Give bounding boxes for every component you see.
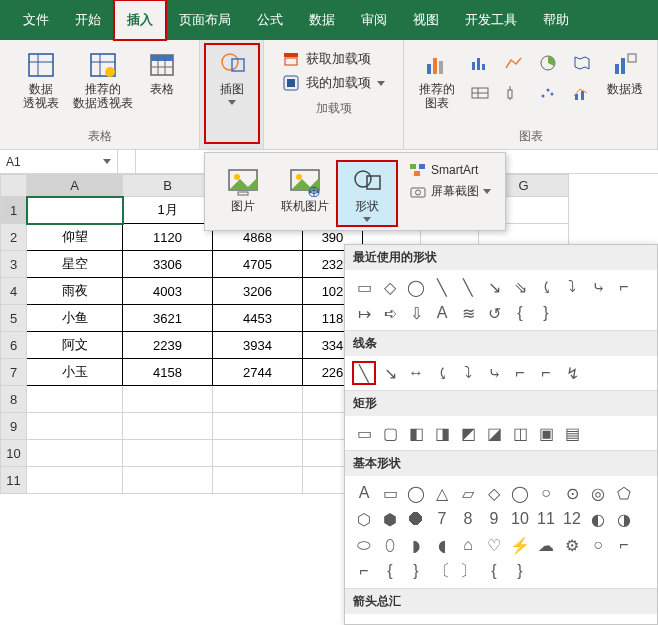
tab-help[interactable]: 帮助 <box>530 0 582 40</box>
tab-data[interactable]: 数据 <box>296 0 348 40</box>
cell[interactable]: 阿文 <box>27 332 123 359</box>
shape-item[interactable]: ↳ <box>587 620 609 625</box>
insert-picture-button[interactable]: 图片 <box>213 161 273 226</box>
shape-item[interactable]: ⚙ <box>561 534 583 556</box>
shape-item[interactable]: A <box>431 302 453 324</box>
shape-item[interactable]: ◫ <box>509 422 531 444</box>
shape-item[interactable]: ◯ <box>405 276 427 298</box>
cell[interactable]: 雨夜 <box>27 278 123 305</box>
col-header-B[interactable]: B <box>123 175 213 197</box>
chart-map-button[interactable] <box>567 50 597 76</box>
shape-item[interactable]: ◧ <box>405 422 427 444</box>
shape-item[interactable]: ▢ <box>379 422 401 444</box>
cell[interactable]: 1120 <box>123 224 213 251</box>
shape-item[interactable]: ▭ <box>353 276 375 298</box>
shape-item[interactable]: } <box>405 560 427 582</box>
illustrations-button[interactable]: 插图 <box>205 44 259 143</box>
chart-bar-button[interactable] <box>465 50 495 76</box>
cell[interactable] <box>123 467 213 494</box>
row-header[interactable]: 2 <box>1 224 27 251</box>
row-header[interactable]: 6 <box>1 332 27 359</box>
shape-item[interactable]: ◨ <box>431 422 453 444</box>
cell[interactable]: 1月 <box>123 197 213 224</box>
cell[interactable] <box>27 413 123 440</box>
row-header[interactable]: 9 <box>1 413 27 440</box>
cell[interactable] <box>27 467 123 494</box>
shape-item[interactable]: ╲ <box>431 276 453 298</box>
shape-item[interactable]: ⇩ <box>405 302 427 324</box>
insert-shapes-button[interactable]: 形状 <box>337 161 397 226</box>
shape-item[interactable]: ▣ <box>535 422 557 444</box>
shape-item[interactable]: ⤷ <box>483 362 505 384</box>
recommended-pivot-button[interactable]: 推荐的 数据透视表 <box>69 44 137 126</box>
chart-pie-button[interactable] <box>533 50 563 76</box>
shape-item[interactable]: ⯃ <box>405 508 427 530</box>
cell[interactable] <box>123 413 213 440</box>
select-all-corner[interactable] <box>1 175 27 197</box>
shape-item[interactable]: ⬠ <box>613 482 635 504</box>
pivot-table-button[interactable]: 数据 透视表 <box>19 44 63 126</box>
cell[interactable]: 仰望 <box>27 224 123 251</box>
shape-item[interactable]: ◇ <box>379 276 401 298</box>
cell[interactable] <box>213 440 303 467</box>
shape-item[interactable]: ▭ <box>353 422 375 444</box>
shape-item[interactable]: ◖ <box>431 534 453 556</box>
cell[interactable]: 3934 <box>213 332 303 359</box>
cell[interactable]: 星空 <box>27 251 123 278</box>
cell[interactable] <box>123 386 213 413</box>
tab-home[interactable]: 开始 <box>62 0 114 40</box>
shape-item[interactable]: ≋ <box>457 302 479 324</box>
tab-insert[interactable]: 插入 <box>114 0 166 40</box>
row-header[interactable]: 8 <box>1 386 27 413</box>
shape-item[interactable]: ↘ <box>379 362 401 384</box>
shape-item[interactable]: ↯ <box>561 362 583 384</box>
get-addins-button[interactable]: 获取加载项 <box>282 50 385 68</box>
shape-item[interactable]: ◯ <box>509 482 531 504</box>
cell[interactable] <box>27 440 123 467</box>
shape-item[interactable]: { <box>379 560 401 582</box>
chart-hier-button[interactable] <box>465 80 495 106</box>
shape-item[interactable]: ➪ <box>353 620 375 625</box>
shape-item[interactable]: ↘ <box>483 276 505 298</box>
shape-item[interactable]: ⌐ <box>613 276 635 298</box>
cell[interactable]: 4453 <box>213 305 303 332</box>
shape-item[interactable]: ⬯ <box>379 534 401 556</box>
cell[interactable]: 2744 <box>213 359 303 386</box>
shape-item[interactable]: ⤹ <box>535 276 557 298</box>
shape-item[interactable]: 12 <box>561 508 583 530</box>
col-header-A[interactable]: A <box>27 175 123 197</box>
shape-item[interactable]: ⇩ <box>431 620 453 625</box>
shape-item[interactable]: } <box>509 560 531 582</box>
shape-item[interactable]: ◪ <box>483 422 505 444</box>
chart-combo-button[interactable] <box>567 80 597 106</box>
shape-item[interactable]: ▱ <box>457 482 479 504</box>
smartart-button[interactable]: SmartArt <box>409 163 491 177</box>
shape-item[interactable]: ➪ <box>379 302 401 324</box>
chart-stat-button[interactable] <box>499 80 529 106</box>
cell[interactable]: 2239 <box>123 332 213 359</box>
shape-item[interactable]: ⬭ <box>353 534 375 556</box>
shape-item[interactable]: ◑ <box>613 508 635 530</box>
cell[interactable]: 3306 <box>123 251 213 278</box>
screenshot-button[interactable]: 屏幕截图 <box>409 183 491 200</box>
chart-scatter-button[interactable] <box>533 80 563 106</box>
shape-item[interactable]: ⤴ <box>613 620 635 625</box>
tab-file[interactable]: 文件 <box>10 0 62 40</box>
cell[interactable] <box>123 440 213 467</box>
shape-item[interactable]: { <box>509 302 531 324</box>
row-header[interactable]: 3 <box>1 251 27 278</box>
shape-item[interactable]: ◇ <box>483 482 505 504</box>
shape-item[interactable]: ◎ <box>587 482 609 504</box>
shape-item[interactable]: ▭ <box>379 482 401 504</box>
cell[interactable]: 小玉 <box>27 359 123 386</box>
row-header[interactable]: 10 <box>1 440 27 467</box>
shape-item[interactable]: { <box>483 560 505 582</box>
shape-item[interactable]: ☁ <box>535 534 557 556</box>
shape-item[interactable]: ▤ <box>561 422 583 444</box>
shape-item[interactable]: △ <box>431 482 453 504</box>
shape-item[interactable]: 8 <box>457 508 479 530</box>
tab-developer[interactable]: 开发工具 <box>452 0 530 40</box>
cell[interactable]: 4003 <box>123 278 213 305</box>
shape-item[interactable]: 10 <box>509 508 531 530</box>
row-header[interactable]: 5 <box>1 305 27 332</box>
